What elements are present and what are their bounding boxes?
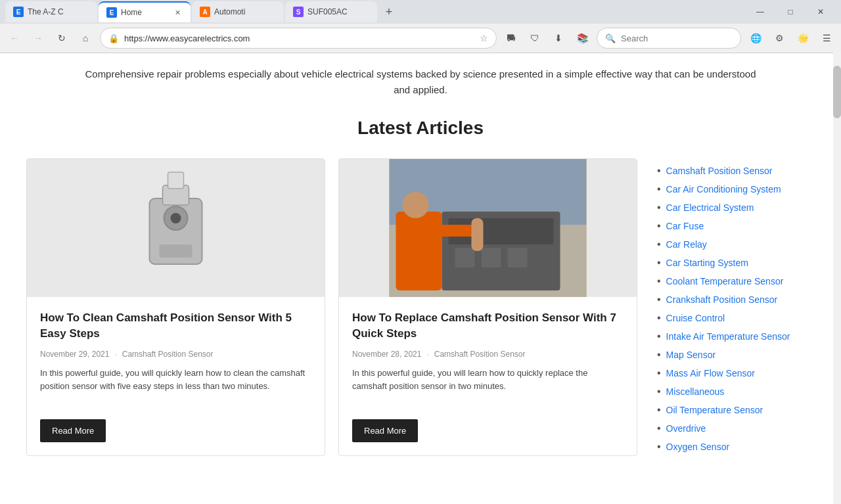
tab-bar: E The A-Z C E Home ✕ A Automoti S SUF005… bbox=[0, 0, 841, 24]
article-1-category: Camshaft Position Sensor bbox=[122, 350, 214, 359]
sidebar-link-aircon[interactable]: Car Air Conditioning System bbox=[666, 184, 781, 195]
address-bar: ← → ↻ ⌂ 🔒 https://www.easycarelectrics.c… bbox=[0, 24, 841, 53]
tab-1-favicon: E bbox=[13, 7, 24, 17]
tab-1[interactable]: E The A-Z C bbox=[5, 1, 97, 22]
svg-rect-3 bbox=[168, 172, 184, 189]
article-2-read-more[interactable]: Read More bbox=[352, 419, 418, 442]
article-1-sep: · bbox=[114, 350, 116, 359]
tab-4-label: SUF005AC bbox=[307, 7, 348, 16]
sidebar-item-oil-temp: Oil Temperature Sensor bbox=[657, 401, 815, 419]
url-text: https://www.easycarelectrics.com bbox=[124, 34, 474, 43]
tab-3-favicon: A bbox=[200, 7, 210, 17]
download-icon[interactable]: ⬇ bbox=[549, 29, 568, 47]
sidebar-link-starting[interactable]: Car Starting System bbox=[666, 258, 748, 268]
sidebar-link-overdrive[interactable]: Overdrive bbox=[666, 423, 706, 434]
sidebar-link-cruise[interactable]: Cruise Control bbox=[666, 313, 725, 323]
sidebar-item-misc: Miscellaneous bbox=[657, 382, 815, 401]
mechanic-svg bbox=[339, 159, 637, 297]
library-icon[interactable]: 📚 bbox=[573, 29, 591, 47]
window-controls: — □ ✕ bbox=[745, 0, 836, 24]
svg-rect-13 bbox=[482, 248, 501, 267]
sidebar-link-fuse[interactable]: Car Fuse bbox=[666, 221, 704, 231]
tab-2-label: Home bbox=[121, 8, 142, 17]
sidebar-item-fuse: Car Fuse bbox=[657, 217, 815, 235]
sidebar-link-misc[interactable]: Miscellaneous bbox=[666, 386, 725, 397]
page-content: Comprehensive repair problems especially… bbox=[0, 53, 841, 504]
article-1-date: November 29, 2021 bbox=[40, 350, 109, 359]
refresh-button[interactable]: ↻ bbox=[53, 29, 71, 47]
sidebar-item-maf: Mass Air Flow Sensor bbox=[657, 364, 815, 382]
sidebar-link-map[interactable]: Map Sensor bbox=[666, 350, 716, 360]
tab-2[interactable]: E Home ✕ bbox=[99, 1, 191, 22]
articles-section: How To Clean Camshaft Position Sensor Wi… bbox=[26, 158, 637, 456]
toolbar-icon-1[interactable]: 🌐 bbox=[746, 29, 765, 47]
hero-text: Comprehensive repair problems especially… bbox=[0, 53, 841, 118]
svg-rect-4 bbox=[160, 244, 193, 258]
sidebar-item-oxygen: Oxygen Sensor bbox=[657, 438, 815, 456]
svg-rect-18 bbox=[472, 218, 484, 251]
sidebar-link-intake[interactable]: Intake Air Temperature Sensor bbox=[666, 331, 790, 342]
sidebar-link-camshaft[interactable]: Camshaft Position Sensor bbox=[666, 166, 773, 176]
close-button[interactable]: ✕ bbox=[806, 0, 836, 24]
article-1-title: How To Clean Camshaft Position Sensor Wi… bbox=[40, 310, 311, 342]
sidebar-link-maf[interactable]: Mass Air Flow Sensor bbox=[666, 368, 755, 378]
toolbar-icon-2[interactable]: ⚙ bbox=[770, 29, 788, 47]
article-2-meta: November 28, 2021 · Camshaft Position Se… bbox=[352, 350, 624, 359]
sidebar-item-cruise: Cruise Control bbox=[657, 309, 815, 327]
tab-4-favicon: S bbox=[293, 7, 304, 17]
search-box[interactable]: 🔍 bbox=[597, 28, 741, 49]
article-2-category: Camshaft Position Sensor bbox=[434, 350, 526, 359]
svg-rect-14 bbox=[508, 248, 528, 267]
sidebar-link-crankshaft[interactable]: Crankshaft Position Sensor bbox=[666, 294, 778, 305]
sidebar-item-starting: Car Starting System bbox=[657, 254, 815, 272]
latest-articles-heading: Latest Articles bbox=[0, 118, 841, 139]
svg-point-6 bbox=[171, 213, 181, 223]
forward-button[interactable]: → bbox=[29, 29, 47, 47]
bookmark-icon[interactable]: ☆ bbox=[480, 33, 488, 43]
sidebar-item-intake: Intake Air Temperature Sensor bbox=[657, 327, 815, 346]
sidebar-link-coolant[interactable]: Coolant Temperature Sensor bbox=[666, 276, 784, 286]
sidebar-link-oil-temp[interactable]: Oil Temperature Sensor bbox=[666, 405, 763, 415]
menu-button[interactable]: ☰ bbox=[817, 29, 836, 47]
article-1-body: How To Clean Camshaft Position Sensor Wi… bbox=[27, 297, 325, 455]
shield-icon[interactable]: 🛡 bbox=[526, 29, 544, 47]
article-2-sep: · bbox=[426, 350, 428, 359]
new-tab-button[interactable]: + bbox=[378, 1, 399, 22]
scrollbar[interactable] bbox=[833, 53, 841, 504]
back-button[interactable]: ← bbox=[5, 29, 24, 47]
url-bar[interactable]: 🔒 https://www.easycarelectrics.com ☆ bbox=[100, 28, 497, 49]
article-2-excerpt: In this powerful guide, you will learn h… bbox=[352, 367, 624, 409]
article-2-body: How To Replace Camshaft Position Sensor … bbox=[339, 297, 637, 455]
toolbar-icon-3[interactable]: 🌟 bbox=[794, 29, 812, 47]
maximize-button[interactable]: □ bbox=[775, 0, 806, 24]
scrollbar-thumb[interactable] bbox=[833, 66, 841, 118]
article-1-excerpt: In this powerful guide, you will quickly… bbox=[40, 367, 311, 409]
browser-chrome: E The A-Z C E Home ✕ A Automoti S SUF005… bbox=[0, 0, 841, 53]
sidebar-item-aircon: Car Air Conditioning System bbox=[657, 180, 815, 198]
article-2-image bbox=[339, 159, 637, 297]
sidebar-item-camshaft: Camshaft Position Sensor bbox=[657, 162, 815, 180]
sidebar-link-electrical[interactable]: Car Electrical System bbox=[666, 202, 754, 213]
search-input[interactable] bbox=[621, 34, 713, 43]
sidebar-link-relay[interactable]: Car Relay bbox=[666, 239, 707, 250]
article-1-read-more[interactable]: Read More bbox=[40, 419, 106, 442]
sidebar: Camshaft Position Sensor Car Air Conditi… bbox=[657, 158, 815, 456]
article-2-title: How To Replace Camshaft Position Sensor … bbox=[352, 310, 624, 342]
tab-3[interactable]: A Automoti bbox=[192, 1, 284, 22]
sidebar-link-oxygen[interactable]: Oxygen Sensor bbox=[666, 442, 730, 452]
sidebar-item-crankshaft: Crankshaft Position Sensor bbox=[657, 290, 815, 309]
tab-4[interactable]: S SUF005AC bbox=[285, 1, 377, 22]
sidebar-item-map: Map Sensor bbox=[657, 346, 815, 364]
extensions-icon[interactable]: ⛟ bbox=[502, 29, 520, 47]
search-icon: 🔍 bbox=[605, 34, 616, 43]
sidebar-item-overdrive: Overdrive bbox=[657, 419, 815, 438]
lock-icon: 🔒 bbox=[108, 34, 119, 43]
sensor-svg bbox=[27, 159, 325, 297]
home-button[interactable]: ⌂ bbox=[76, 29, 95, 47]
article-1-meta: November 29, 2021 · Camshaft Position Se… bbox=[40, 350, 311, 359]
sidebar-item-relay: Car Relay bbox=[657, 235, 815, 254]
tab-2-close[interactable]: ✕ bbox=[172, 7, 183, 18]
tab-1-label: The A-Z C bbox=[28, 7, 64, 16]
minimize-button[interactable]: — bbox=[745, 0, 775, 24]
sidebar-links-list: Camshaft Position Sensor Car Air Conditi… bbox=[657, 162, 815, 456]
